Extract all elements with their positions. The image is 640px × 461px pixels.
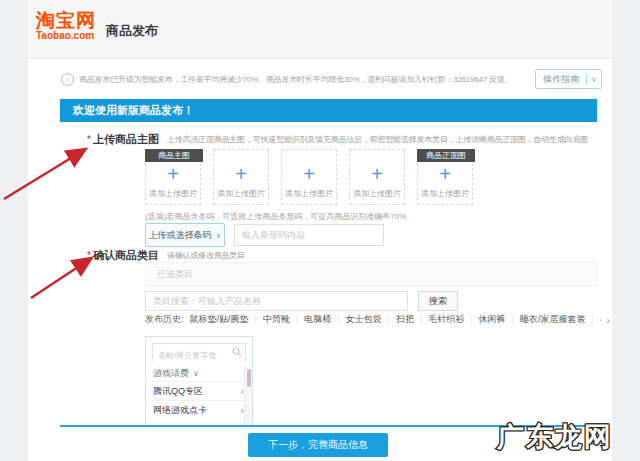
upload-box-badge: 商品正面图 <box>417 149 475 162</box>
page-title: 商品发布 <box>106 22 158 40</box>
panel-scrollbar[interactable] <box>244 366 252 425</box>
category-group-header[interactable]: 游戏话费 ∨ <box>146 366 252 381</box>
category-group-label: 游戏话费 <box>153 367 189 380</box>
taobao-logo-en: Taobao.com <box>36 31 96 41</box>
upload-box-row: 商品主图 + 添加上传图片 + 添加上传图片 + 添加上传图片 <box>145 149 473 205</box>
chevron-down-icon: ∨ <box>216 231 222 240</box>
required-mark: * <box>87 133 91 146</box>
category-picker-panel: 游戏话费 ∨ 腾讯QQ专区 › 网络游戏点卡 › <box>145 336 253 426</box>
section-description: 请确认或修改商品类目 <box>167 249 245 263</box>
category-item[interactable]: 网络游戏点卡 › <box>146 400 252 419</box>
category-filter-box <box>152 343 246 361</box>
upload-box[interactable]: + 添加上传图片 <box>213 149 269 205</box>
main-image-section-label: * 上传商品主图 上传高清正面商品主图，可快速智能识别及填充商品信息，帮您智能选… <box>87 133 588 147</box>
upload-box-label: 添加上传图片 <box>285 188 333 199</box>
panel-scrollbar-thumb[interactable] <box>247 369 251 387</box>
taobao-logo[interactable]: 淘宝网 Taobao.com <box>36 11 96 41</box>
upload-box[interactable]: 商品正面图 + 添加上传图片 <box>417 149 473 205</box>
page-header: 淘宝网 Taobao.com 商品发布 <box>28 0 612 59</box>
section-label: 上传商品主图 <box>93 133 159 146</box>
upload-box[interactable]: 商品主图 + 添加上传图片 <box>145 149 201 205</box>
plus-icon: + <box>235 164 247 184</box>
publish-history-row: 发布历史: 鼠标垫/贴/腕垫 中筒靴 电脑椅 女士包袋 扫把 毛针织衫 休闲裤 <box>145 313 610 326</box>
section-label: 确认商品类目 <box>93 249 159 262</box>
info-circle-icon: i <box>61 73 74 86</box>
category-section-label: * 确认商品类目 请确认或修改商品类目 <box>87 249 245 263</box>
upload-box-label: 添加上传图片 <box>421 188 469 199</box>
history-items: 鼠标垫/贴/腕垫 中筒靴 电脑椅 女士包袋 扫把 毛针织衫 休闲裤 睡衣/家居服… <box>190 313 602 326</box>
category-search-input[interactable] <box>145 291 408 311</box>
history-item[interactable]: 毛针织衫 <box>428 313 478 326</box>
section-description: 上传高清正面商品主图，可快速智能识别及填充商品信息，帮您智能选择发布类目，上传清… <box>167 133 588 147</box>
upload-box-label: 添加上传图片 <box>217 188 265 199</box>
plus-icon: + <box>167 164 179 184</box>
barcode-tip: (选填)若商品含条码，可选择上传商品条形码，可提高商品识别准确率70% <box>145 211 406 222</box>
guide-button[interactable]: 操作指南 ∨ <box>535 69 602 89</box>
chevron-down-icon: ∨ <box>193 369 199 378</box>
history-more-chevron-icon[interactable]: › <box>606 314 610 326</box>
chevron-down-icon[interactable]: ∨ <box>586 75 601 84</box>
barcode-select-button[interactable]: 上传或选择条码 ∨ <box>145 223 225 247</box>
required-mark: * <box>87 249 91 262</box>
next-step-button[interactable]: 下一步，完善商品信息 <box>248 433 388 457</box>
history-item[interactable]: 中筒靴 <box>263 313 304 326</box>
search-icon <box>232 347 242 357</box>
plus-icon: + <box>303 164 315 184</box>
upload-box-badge: 商品主图 <box>145 149 203 162</box>
history-item[interactable]: 睡衣/家居服套装 <box>520 313 600 326</box>
category-item[interactable]: 腾讯QQ专区 › <box>146 381 252 400</box>
history-item[interactable]: 鼠标垫/贴/腕垫 <box>190 313 263 326</box>
upload-box[interactable]: + 添加上传图片 <box>281 149 337 205</box>
barcode-input[interactable] <box>234 224 384 246</box>
notice-bar: i 商品发布已升级为智能发布，工作量平均将减少70%、商品发布时长平均降低30%… <box>28 59 612 97</box>
plus-icon: + <box>371 164 383 184</box>
history-label: 发布历史: <box>145 313 184 326</box>
history-item[interactable]: 电脑椅 <box>304 313 345 326</box>
history-item[interactable]: 衬衫 <box>600 313 602 326</box>
watermark: 广东龙网 <box>497 419 613 455</box>
upload-box-label: 添加上传图片 <box>353 188 401 199</box>
category-item-label: 腾讯QQ专区 <box>153 385 203 398</box>
history-item[interactable]: 休闲裤 <box>479 313 520 326</box>
notice-text: 商品发布已升级为智能发布，工作量平均将减少70%、商品发布时长平均降低30%，遇… <box>79 74 512 85</box>
search-button[interactable]: 搜索 <box>418 291 458 311</box>
upload-box[interactable]: + 添加上传图片 <box>349 149 405 205</box>
category-item-label: 网络游戏点卡 <box>153 404 207 417</box>
upload-box-label: 添加上传图片 <box>149 188 197 199</box>
history-item[interactable]: 女士包袋 <box>346 313 396 326</box>
barcode-row: 上传或选择条码 ∨ <box>145 223 384 247</box>
barcode-select-label: 上传或选择条码 <box>149 229 212 242</box>
taobao-publish-page: 淘宝网 Taobao.com 商品发布 i 商品发布已升级为智能发布，工作量平均… <box>0 0 640 461</box>
guide-button-label: 操作指南 <box>536 73 586 86</box>
welcome-banner: 欢迎使用新版商品发布！ <box>60 99 597 122</box>
category-search-row: 搜索 <box>145 291 458 311</box>
plus-icon: + <box>439 164 451 184</box>
category-list: 腾讯QQ专区 › 网络游戏点卡 › <box>146 381 252 419</box>
content-card: 淘宝网 Taobao.com 商品发布 i 商品发布已升级为智能发布，工作量平均… <box>28 0 612 461</box>
selected-category-box: 已选类目 <box>145 262 597 286</box>
taobao-logo-cn: 淘宝网 <box>36 11 96 30</box>
history-item[interactable]: 扫把 <box>396 313 428 326</box>
